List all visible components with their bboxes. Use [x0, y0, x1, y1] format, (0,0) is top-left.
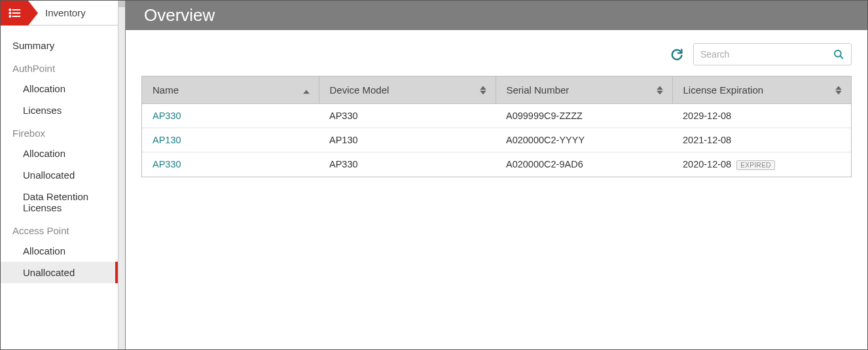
cell-serial-number: A020000C2-9AD6 — [496, 152, 672, 177]
column-header-label: Device Model — [330, 84, 389, 96]
page-title: Overview — [144, 5, 215, 26]
sidebar-item-data-retention-licenses[interactable]: Data Retention Licenses — [1, 186, 118, 219]
sort-both-icon[interactable] — [835, 86, 842, 94]
svg-point-6 — [835, 50, 841, 57]
search-box[interactable] — [693, 43, 852, 65]
sort-both-icon[interactable] — [480, 86, 486, 94]
svg-point-2 — [9, 12, 10, 14]
table-row: AP130AP130A020000C2-YYYY2021-12-08 — [142, 128, 851, 152]
cell-license-expiration: 2029-12-08 — [672, 104, 851, 128]
sort-both-icon[interactable] — [657, 86, 663, 94]
device-name-link[interactable]: AP330 — [153, 159, 181, 169]
sidebar-item-unallocated[interactable]: Unallocated — [1, 262, 118, 283]
cell-license-expiration: 2020-12-08EXPIRED — [672, 152, 851, 177]
main-content: Overview NameDevice ModelSerial NumberLi… — [126, 1, 867, 349]
svg-point-4 — [9, 16, 10, 17]
scrollbar-arrow-up-icon[interactable] — [118, 1, 125, 7]
cell-device-model: AP130 — [319, 128, 496, 152]
sidebar: Inventory Summary AuthPointAllocationLic… — [1, 1, 126, 349]
column-header-label: Serial Number — [507, 84, 570, 96]
breadcrumb: Inventory — [1, 1, 118, 26]
cell-serial-number: A099999C9-ZZZZ — [496, 104, 672, 128]
cell-license-expiration: 2021-12-08 — [672, 128, 851, 152]
device-name-link[interactable]: AP130 — [153, 135, 181, 145]
title-bar: Overview — [126, 1, 867, 30]
column-header-license-expiration[interactable]: License Expiration — [672, 77, 851, 104]
sidebar-item-unallocated[interactable]: Unallocated — [1, 164, 118, 186]
cell-device-model: AP330 — [319, 152, 496, 177]
expired-badge: EXPIRED — [736, 160, 775, 170]
table-row: AP330AP330A099999C9-ZZZZ2029-12-08 — [142, 104, 851, 128]
cell-device-model: AP330 — [319, 104, 496, 128]
refresh-button[interactable] — [670, 47, 684, 61]
sidebar-group-label: Access Point — [1, 219, 118, 240]
cell-serial-number: A020000C2-YYYY — [496, 128, 672, 152]
table-row: AP330AP330A020000C2-9AD62020-12-08EXPIRE… — [142, 152, 851, 177]
sidebar-item-allocation[interactable]: Allocation — [1, 78, 118, 99]
menu-list-icon[interactable] — [1, 1, 28, 26]
column-header-device-model[interactable]: Device Model — [319, 77, 496, 104]
device-name-link[interactable]: AP330 — [153, 111, 181, 121]
data-table: NameDevice ModelSerial NumberLicense Exp… — [141, 76, 852, 177]
toolbar — [126, 30, 867, 72]
column-header-label: Name — [153, 84, 179, 96]
sidebar-item-summary[interactable]: Summary — [1, 35, 118, 56]
sidebar-group-label: AuthPoint — [1, 56, 118, 78]
svg-point-0 — [9, 9, 10, 10]
sidebar-item-allocation[interactable]: Allocation — [1, 240, 118, 262]
sidebar-scrollbar[interactable] — [118, 1, 125, 349]
search-input[interactable] — [700, 49, 833, 60]
sidebar-item-licenses[interactable]: Licenses — [1, 99, 118, 121]
column-header-label: License Expiration — [683, 84, 764, 96]
column-header-name[interactable]: Name — [142, 77, 319, 104]
column-header-serial-number[interactable]: Serial Number — [496, 77, 672, 104]
sort-asc-icon[interactable] — [303, 84, 310, 96]
search-icon[interactable] — [833, 48, 844, 60]
sidebar-group-label: Firebox — [1, 121, 118, 143]
sidebar-item-allocation[interactable]: Allocation — [1, 143, 118, 164]
svg-line-7 — [841, 56, 843, 59]
